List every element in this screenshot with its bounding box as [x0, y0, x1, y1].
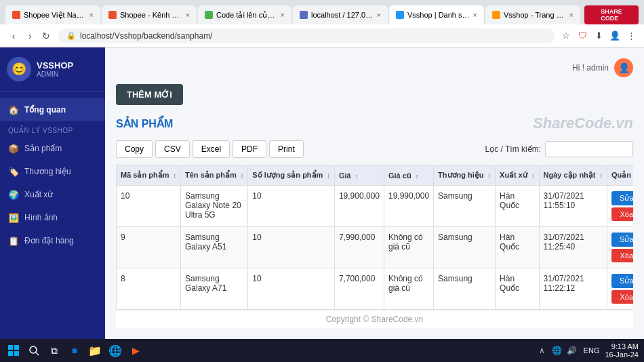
cell-price: 19,900,000	[334, 186, 384, 227]
sidebar-item-san-pham[interactable]: 📦 Sản phẩm	[0, 137, 105, 160]
sort-icon-xx[interactable]: ↕	[531, 172, 535, 179]
tab-vsshop2-close[interactable]: ×	[569, 11, 573, 19]
delete-button[interactable]: Xóa	[611, 290, 633, 304]
csv-button[interactable]: CSV	[155, 140, 190, 158]
filter-area: Lọc / Tìm kiếm:	[485, 141, 633, 157]
sidebar-item-thuong-hieu[interactable]: 🏷️ Thương hiệu	[0, 160, 105, 183]
sort-icon-ten[interactable]: ↕	[241, 172, 244, 179]
bookmark-icon[interactable]: ☆	[560, 30, 572, 42]
sort-icon-sl[interactable]: ↕	[327, 172, 330, 179]
profile-icon[interactable]: 👤	[609, 30, 621, 42]
action-buttons: Sửa Xóa	[611, 233, 633, 262]
search-taskbar-icon[interactable]	[26, 342, 42, 359]
cell-date: 31/07/2021 11:55:10	[539, 186, 607, 227]
cell-quantity: 10	[248, 268, 335, 310]
shopee2-favicon	[108, 11, 117, 19]
download-icon[interactable]: ⬇	[592, 30, 605, 42]
cell-date: 31/07/2021 11:25:40	[539, 227, 607, 268]
sidebar-item-don-dat-hang[interactable]: 📋 Đơn đặt hàng	[0, 229, 105, 252]
tab-vsshop2[interactable]: Vsshop - Trang danh... ×	[485, 5, 580, 24]
browser-action-icons: ☆ 🛡 ⬇ 👤 ⋮	[560, 30, 637, 42]
pdf-button[interactable]: PDF	[233, 140, 266, 158]
copy-button[interactable]: Copy	[116, 140, 153, 158]
volume-icon[interactable]: 🔊	[566, 344, 578, 357]
cell-origin: Hàn Quốc	[496, 186, 539, 227]
sort-icon-gia[interactable]: ↕	[355, 173, 359, 180]
tab-vsshop1-close[interactable]: ×	[473, 11, 477, 19]
sidebar-item-tong-quan-label: Tổng quan	[24, 105, 66, 115]
col-quan-ly: Quản lý	[607, 165, 633, 186]
sidebar-nav: 🏠 Tổng quan QUẢN LÝ VSSHOP 📦 Sản phẩm 🏷️…	[0, 92, 105, 259]
tab-local-close[interactable]: ×	[377, 11, 381, 19]
cell-actions: Sửa Xóa	[607, 186, 633, 227]
cell-origin: Hàn Quốc	[496, 227, 539, 268]
extra-app-icon[interactable]: ▶	[127, 342, 144, 359]
sidebar: 😊 VSSHOP ADMIN 🏠 Tổng quan QUẢN LÝ VSSHO…	[0, 47, 105, 339]
sidebar-item-tong-quan[interactable]: 🏠 Tổng quan	[0, 98, 105, 121]
tab-code-close[interactable]: ×	[281, 11, 285, 19]
network-icon[interactable]: 🌐	[551, 344, 563, 357]
start-button[interactable]	[5, 342, 22, 359]
forward-button[interactable]: ›	[23, 29, 37, 43]
delete-button[interactable]: Xóa	[611, 207, 633, 221]
svg-rect-1	[14, 345, 19, 350]
settings-icon[interactable]: ⋮	[625, 30, 637, 42]
sort-icon-th[interactable]: ↕	[488, 172, 491, 179]
tab-vsshop1[interactable]: Vsshop | Danh sách... ×	[389, 5, 484, 24]
sidebar-item-hinh-anh[interactable]: 🖼️ Hình ảnh	[0, 206, 105, 229]
home-icon: 🏠	[8, 104, 19, 115]
browser-tabs: Shopee Việt Nam | M... × Shopee - Kênh N…	[0, 0, 644, 24]
sort-icon-ngay[interactable]: ↕	[600, 172, 603, 179]
products-table: Mã sản phẩm ↕ Tên sản phẩm ↕ Số lượng sả…	[116, 165, 633, 310]
tab-shopee2-close[interactable]: ×	[186, 11, 190, 19]
shield-icon[interactable]: 🛡	[576, 30, 588, 42]
excel-button[interactable]: Excel	[193, 140, 230, 158]
code-favicon	[205, 11, 213, 19]
table-row: 8 Samsung Galaxy A71 10 7,700,000 Không …	[117, 268, 634, 310]
cell-quantity: 10	[248, 227, 335, 268]
add-new-button[interactable]: THÊM MỚI	[116, 84, 183, 105]
cell-date: 31/07/2021 11:22:12	[539, 268, 607, 310]
tab-shopee2[interactable]: Shopee - Kênh Ngụ... ×	[102, 5, 197, 24]
nav-buttons: ‹ › ↻	[7, 29, 53, 43]
sidebar-item-hinh-anh-label: Hình ảnh	[24, 213, 58, 222]
file-explorer-icon[interactable]: 📁	[87, 342, 103, 359]
col-ma-san-pham: Mã sản phẩm ↕	[117, 165, 181, 186]
filter-input[interactable]	[545, 141, 633, 157]
shopee1-favicon	[12, 11, 20, 19]
chrome-icon[interactable]: 🌐	[107, 342, 123, 359]
tab-code[interactable]: Code tải lên của tôi ×	[198, 5, 291, 24]
edit-button[interactable]: Sửa	[611, 274, 633, 288]
system-tray-icons: ∧ 🌐 🔊	[536, 344, 578, 357]
action-buttons: Sửa Xóa	[611, 274, 633, 304]
edit-button[interactable]: Sửa	[611, 233, 633, 247]
address-bar[interactable]: 🔒 localhost/Vsshop/backend/sanpham/	[58, 28, 555, 43]
sort-icon-gia-cu[interactable]: ↕	[416, 173, 419, 180]
cell-price: 7,700,000	[334, 268, 384, 310]
sort-icon-ma[interactable]: ↕	[174, 172, 177, 179]
sidebar-item-xuat-xu[interactable]: 🌍 Xuất xứ	[0, 183, 105, 206]
col-xuat-xu: Xuất xứ ↕	[496, 165, 539, 186]
svg-line-5	[36, 353, 39, 355]
back-button[interactable]: ‹	[7, 29, 20, 43]
sidebar-brand-sub: ADMIN	[37, 71, 73, 78]
svg-rect-3	[14, 351, 19, 356]
task-view-icon[interactable]: ⧉	[46, 342, 62, 359]
export-buttons: Copy CSV Excel PDF Print	[116, 140, 304, 158]
tab-local[interactable]: localhost / 127.0.0.1 ×	[293, 5, 388, 24]
edit-button[interactable]: Sửa	[611, 191, 633, 205]
brand-icon: 🏷️	[8, 166, 19, 177]
print-button[interactable]: Print	[269, 140, 304, 158]
watermark-text: ShareCode.vn	[533, 115, 633, 132]
cell-id: 10	[117, 186, 181, 227]
delete-button[interactable]: Xóa	[611, 249, 633, 262]
greeting-text: Hi ! admin	[572, 63, 609, 73]
app-layout: 😊 VSSHOP ADMIN 🏠 Tổng quan QUẢN LÝ VSSHO…	[0, 47, 644, 339]
cell-id: 9	[117, 227, 181, 268]
vscode-icon[interactable]: ■	[66, 342, 83, 359]
main-content: Hi ! admin 👤 THÊM MỚI SẢN PHẨM ShareCode…	[105, 47, 644, 339]
tab-shopee1-close[interactable]: ×	[89, 11, 94, 19]
tab-shopee1[interactable]: Shopee Việt Nam | M... ×	[5, 5, 100, 24]
tray-up-icon[interactable]: ∧	[536, 344, 548, 357]
refresh-button[interactable]: ↻	[39, 29, 53, 43]
